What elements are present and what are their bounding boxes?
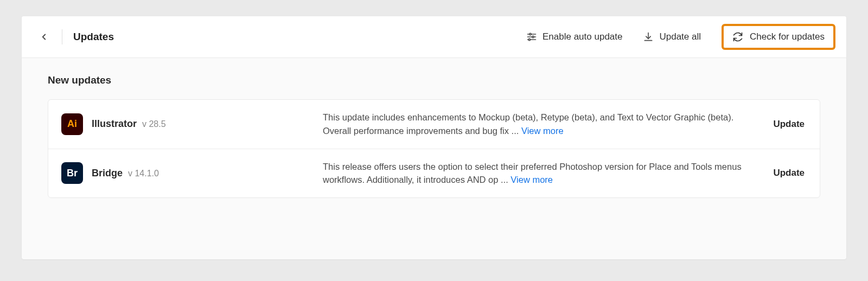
app-description: This release offers users the option to … [323, 160, 762, 187]
app-name: Bridge [92, 168, 123, 179]
enable-auto-update-label: Enable auto update [542, 31, 622, 42]
app-meta: Illustrator v 28.5 [92, 118, 314, 130]
check-for-updates-button[interactable]: Check for updates [722, 24, 835, 50]
ellipsis: ... [509, 126, 521, 136]
update-all-button[interactable]: Update all [643, 31, 701, 42]
refresh-icon [732, 31, 743, 42]
view-more-link[interactable]: View more [510, 175, 553, 184]
updates-panel: Updates Enable auto update Update all [22, 16, 846, 259]
view-more-link[interactable]: View more [521, 126, 564, 136]
app-name: Illustrator [92, 118, 137, 130]
page-title: Updates [73, 31, 114, 43]
bridge-icon: Br [61, 162, 83, 184]
section-title: New updates [48, 74, 820, 86]
update-all-label: Update all [659, 31, 701, 42]
update-row-bridge: Br Bridge v 14.1.0 This release offers u… [48, 149, 820, 198]
app-meta: Bridge v 14.1.0 [92, 168, 314, 179]
update-list: Ai Illustrator v 28.5 This update includ… [48, 99, 820, 198]
sliders-icon [526, 31, 537, 42]
update-button[interactable]: Update [771, 114, 807, 134]
header-right: Enable auto update Update all Check for … [526, 24, 835, 50]
header-left: Updates [37, 29, 114, 44]
ellipsis: ... [498, 175, 510, 184]
svg-point-5 [528, 39, 530, 40]
back-button[interactable] [37, 30, 51, 44]
app-version: v 14.1.0 [128, 169, 159, 178]
svg-point-1 [529, 33, 531, 35]
enable-auto-update-button[interactable]: Enable auto update [526, 31, 622, 42]
body: New updates Ai Illustrator v 28.5 This u… [22, 58, 846, 214]
illustrator-icon: Ai [61, 113, 83, 135]
chevron-left-icon [39, 32, 49, 42]
header-bar: Updates Enable auto update Update all [22, 16, 846, 58]
update-row-illustrator: Ai Illustrator v 28.5 This update includ… [48, 100, 820, 149]
app-description: This update includes enhancements to Moc… [323, 111, 762, 138]
svg-point-3 [532, 36, 534, 37]
check-for-updates-label: Check for updates [750, 31, 825, 42]
header-divider [62, 29, 62, 44]
update-button[interactable]: Update [771, 163, 807, 183]
app-version: v 28.5 [142, 119, 166, 129]
download-icon [643, 31, 654, 42]
